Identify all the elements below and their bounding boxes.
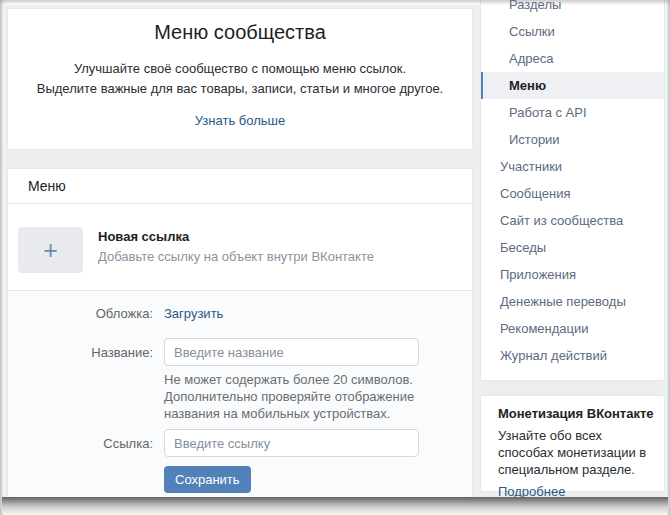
sidebar-item-0[interactable]: Разделы <box>481 0 664 18</box>
sidebar-item-2[interactable]: Адреса <box>481 45 664 72</box>
window-frame-bottom <box>2 497 668 515</box>
monetization-more-link[interactable]: Подробнее <box>498 484 565 499</box>
sidebar-item-label: Меню <box>509 78 546 93</box>
sidebar-item-4[interactable]: Работа с API <box>481 99 664 126</box>
name-hint-line2: Дополнительно проверяйте отображение <box>164 388 414 405</box>
name-hint-line1: Не может содержать более 20 символов. <box>164 371 414 388</box>
promo-description-line1: Улучшайте своё сообщество с помощью меню… <box>8 59 472 79</box>
page-title: Меню сообщества <box>8 21 472 44</box>
link-row: Ссылка: <box>8 429 419 457</box>
upload-cover-link[interactable]: Загрузить <box>164 306 223 321</box>
sidebar-item-13[interactable]: Журнал действий <box>481 342 664 369</box>
sidebar-item-12[interactable]: Рекомендации <box>481 315 664 342</box>
new-link-subtitle: Добавьте ссылку на объект внутри ВКонтак… <box>98 249 374 264</box>
section-header-menu: Меню <box>8 169 472 204</box>
promo-description: Улучшайте своё сообщество с помощью меню… <box>8 59 472 99</box>
sidebar-item-1[interactable]: Ссылки <box>481 18 664 45</box>
name-input[interactable] <box>164 338 419 366</box>
add-link-button[interactable]: + <box>18 227 83 273</box>
plus-icon: + <box>43 238 58 263</box>
new-link-title: Новая ссылка <box>98 229 374 244</box>
sidebar-item-3-active[interactable]: Меню <box>481 72 664 99</box>
learn-more-link[interactable]: Узнать больше <box>195 113 285 128</box>
sidebar-item-label: Журнал действий <box>500 348 607 363</box>
sidebar-menu: Разделы Ссылки Адреса Меню Работа с API … <box>480 0 665 381</box>
sidebar-item-label: Рекомендации <box>500 321 589 336</box>
sidebar-item-9[interactable]: Беседы <box>481 234 664 261</box>
sidebar-item-label: Истории <box>509 132 560 147</box>
sidebar-item-label: Денежные переводы <box>500 294 626 309</box>
promo-description-line2: Выделите важные для вас товары, записи, … <box>8 79 472 99</box>
sidebar-item-label: Адреса <box>509 51 553 66</box>
name-hint: Не может содержать более 20 символов. До… <box>164 371 414 422</box>
sidebar-item-11[interactable]: Денежные переводы <box>481 288 664 315</box>
sidebar-item-6[interactable]: Участники <box>481 153 664 180</box>
name-row: Название: <box>8 338 419 366</box>
link-label: Ссылка: <box>8 436 153 451</box>
menu-section-card: Меню + Новая ссылка Добавьте ссылку на о… <box>7 168 473 497</box>
new-link-form: Обложка: Загрузить Название: Не может со… <box>8 291 472 497</box>
sidebar-item-label: Беседы <box>500 240 546 255</box>
name-hint-line3: названия на мобильных устройствах. <box>164 405 414 422</box>
new-link-row[interactable]: + Новая ссылка Добавьте ссылку на объект… <box>8 204 472 291</box>
name-label: Название: <box>8 345 153 360</box>
sidebar-item-label: Ссылки <box>509 24 555 39</box>
sidebar-item-label: Участники <box>500 159 562 174</box>
sidebar-item-label: Сообщения <box>500 186 571 201</box>
sidebar-item-7[interactable]: Сообщения <box>481 180 664 207</box>
monetization-title: Монетизация ВКонтакте <box>498 406 656 421</box>
sidebar-item-5[interactable]: Истории <box>481 126 664 153</box>
monetization-text: Узнайте обо всех способах монетизации в … <box>498 427 650 478</box>
sidebar-item-label: Сайт из сообщества <box>500 213 623 228</box>
sidebar-item-10[interactable]: Приложения <box>481 261 664 288</box>
vk-community-settings-page: Меню сообщества Улучшайте своё сообществ… <box>0 0 670 515</box>
save-button[interactable]: Сохранить <box>164 466 251 493</box>
sidebar-item-8[interactable]: Сайт из сообщества <box>481 207 664 234</box>
link-input[interactable] <box>164 429 419 457</box>
cover-row: Обложка: Загрузить <box>8 303 223 323</box>
sidebar-item-label: Приложения <box>500 267 576 282</box>
promo-card: Меню сообщества Улучшайте своё сообществ… <box>7 8 473 150</box>
cover-label: Обложка: <box>8 306 153 321</box>
new-link-texts: Новая ссылка Добавьте ссылку на объект в… <box>98 229 374 264</box>
sidebar-item-label: Разделы <box>509 0 561 12</box>
monetization-card: Монетизация ВКонтакте Узнайте обо всех с… <box>480 395 665 492</box>
sidebar-item-label: Работа с API <box>509 105 587 120</box>
